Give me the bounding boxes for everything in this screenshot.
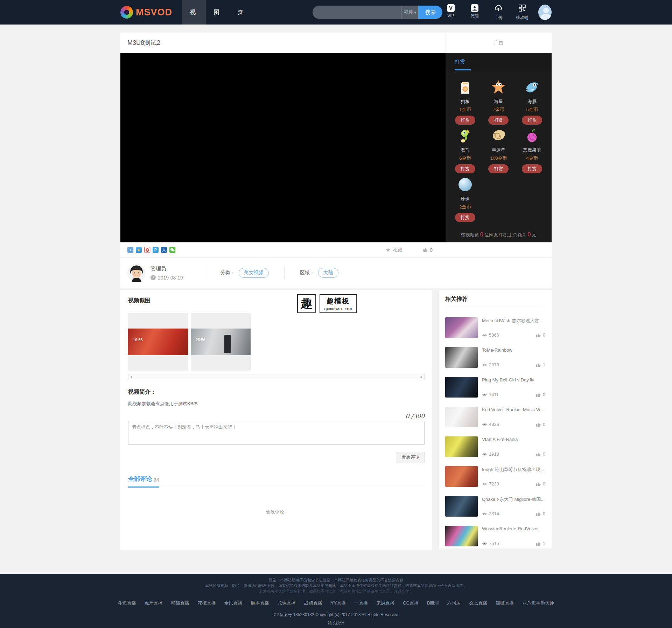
footer-link[interactable]: 龙珠直播	[278, 600, 296, 606]
footer-link[interactable]: 花椒直播	[198, 600, 216, 606]
footer-link[interactable]: 虎牙直播	[145, 600, 163, 606]
favorite-button[interactable]: ★ 收藏	[386, 247, 402, 253]
share-bar: ＋ ★ P 人 ★ 收藏 0	[120, 242, 552, 258]
screenshot-card[interactable]: 16:56	[128, 313, 188, 371]
empty-comments-text: 暂没评论~	[128, 487, 425, 526]
nav-item-video[interactable]: 视频	[182, 0, 206, 25]
eye-icon	[482, 333, 487, 337]
screenshot-card[interactable]: 26:56	[191, 313, 251, 371]
related-heading: 相关推荐	[445, 296, 545, 308]
footer-links: 斗鱼直播虎牙直播熊猫直播花椒直播全民直播触手直播龙珠直播战旗直播YY直播一直播来…	[0, 600, 672, 606]
site-logo[interactable]: MSVOD	[120, 6, 172, 19]
reward-item: 海豚 5金币 打赏	[515, 79, 549, 125]
tencent-friend-icon[interactable]: P	[153, 247, 159, 253]
screenshot-time: 16:56	[133, 338, 143, 342]
related-item[interactable]: QhakeIt-东大门 Migliore-韩国... 2314 0	[445, 496, 545, 517]
intro-heading: 视频简介：	[128, 388, 425, 396]
related-item[interactable]: Mecret&IWish-首尔歌谣大赏... 5866 0	[445, 317, 545, 338]
char-counter: 0 /300	[128, 413, 425, 420]
header-actions: V VIP 代理 上传 移动端	[442, 4, 531, 21]
weibo-icon[interactable]	[144, 247, 150, 253]
reward-item: 狗粮 1金币 打赏	[448, 79, 482, 125]
footer-link[interactable]: 一直播	[354, 600, 368, 606]
user-avatar[interactable]	[538, 5, 552, 20]
like-button[interactable]: 0	[422, 247, 433, 253]
eye-icon	[482, 482, 487, 486]
screenshot-image: 26:56	[191, 329, 251, 355]
reward-button[interactable]: 打赏	[488, 116, 509, 125]
footer-link[interactable]: YY直播	[331, 600, 346, 606]
related-item[interactable]: Iough-论山草莓节庆祝演出现... 7239 0	[445, 466, 545, 487]
screenshot-strip: 16:56 26:56	[128, 313, 425, 371]
author-avatar[interactable]	[127, 264, 146, 282]
category-tag[interactable]: 美女视频	[239, 268, 269, 278]
related-item[interactable]: Ping My Bell-Girl s Day.flv 1411 0	[445, 377, 545, 398]
submit-comment-button[interactable]: 发表评论	[397, 452, 425, 463]
footer-link[interactable]: Bilibili	[427, 600, 439, 606]
vip-link[interactable]: V VIP	[442, 4, 459, 21]
footer-link[interactable]: 全民直播	[224, 600, 243, 606]
footer-link[interactable]: 触手直播	[251, 600, 269, 606]
footer-link[interactable]: 八爪鱼手游大师	[522, 600, 554, 606]
video-player[interactable]	[120, 53, 446, 242]
footer-link[interactable]: CC直播	[403, 600, 419, 606]
agent-link[interactable]: 代理	[466, 4, 483, 21]
divider	[284, 267, 285, 279]
reward-price: 100金币	[482, 155, 516, 161]
reward-name: 恶魔果实	[515, 147, 549, 153]
like-count: 0	[430, 247, 433, 253]
region-tag[interactable]: 大陆	[318, 268, 338, 278]
wechat-icon[interactable]	[169, 247, 175, 253]
share-more-icon[interactable]: ＋	[127, 247, 133, 253]
upload-link[interactable]: 上传	[490, 4, 507, 21]
intro-text: 此视频加载会有点慢用于测试KB/S	[128, 401, 425, 407]
search-button[interactable]: 搜索	[418, 6, 442, 19]
footer-link[interactable]: 猫啵直播	[496, 600, 514, 606]
author-name[interactable]: 管理员	[150, 265, 183, 272]
related-item[interactable]: Vtart A Fire-Rania 1918 0	[445, 436, 545, 457]
related-item[interactable]: WussianRoulette-RedVelvet 7515 1	[445, 526, 545, 546]
reward-button[interactable]: 打赏	[522, 116, 542, 125]
reward-button[interactable]: 打赏	[488, 164, 509, 173]
comment-input[interactable]	[128, 421, 425, 445]
footer-link[interactable]: 熊猫直播	[171, 600, 189, 606]
footer-link[interactable]: 斗鱼直播	[118, 600, 136, 606]
page-title: M3U8测试2	[120, 33, 446, 53]
vip-icon: V	[447, 4, 455, 12]
horizontal-scrollbar[interactable]: ◄ ►	[128, 374, 425, 379]
star-icon: ★	[386, 247, 391, 253]
reward-name: 狗粮	[448, 98, 482, 105]
related-item[interactable]: Ked Velvet_Rookie_Music Vid... 4326 0	[445, 407, 545, 427]
footer-link[interactable]: 六间房	[447, 600, 461, 606]
pearl-icon	[448, 176, 482, 193]
qzone-icon[interactable]: ★	[136, 247, 142, 253]
publish-date: 2019-08-19	[158, 275, 183, 281]
footer-link[interactable]: 么么直播	[469, 600, 487, 606]
mobile-qr-icon	[518, 4, 526, 13]
nav-item-news[interactable]: 资讯	[229, 0, 253, 25]
screenshot-image: 16:56	[128, 329, 188, 355]
reward-button[interactable]: 打赏	[455, 213, 475, 222]
search-input[interactable]	[313, 6, 401, 19]
reward-button[interactable]: 打赏	[455, 116, 475, 125]
nav-item-images[interactable]: 图片	[206, 0, 230, 25]
related-title: Iough-论山草莓节庆祝演出现...	[482, 467, 545, 473]
related-item[interactable]: ToMe-Rainbow 2879 1	[445, 347, 545, 368]
tab-reward[interactable]: 打赏	[455, 58, 465, 65]
reward-button[interactable]: 打赏	[522, 164, 542, 173]
reward-summary: 该视频被0位网友打赏过,总额为0元	[446, 232, 552, 238]
reward-button[interactable]: 打赏	[455, 164, 475, 173]
footer: 警告：本网站明确不能包含非法信息，本网站严禁发表任何类型的不合法的内容 本站所有…	[0, 574, 672, 628]
footer-stat-link[interactable]: 站长统计	[0, 620, 672, 626]
reward-item: 幸运星 100金币 打赏	[482, 127, 516, 173]
footer-link[interactable]: 战旗直播	[304, 600, 322, 606]
scroll-right-icon[interactable]: ►	[420, 375, 423, 379]
main-nav: 视频 图片 资讯	[182, 0, 253, 25]
author-row: 管理员 2019-08-19 分类： 美女视频 区域： 大陆	[120, 258, 552, 288]
footer-link[interactable]: 来疯直播	[376, 600, 394, 606]
mobile-link[interactable]: 移动端	[514, 4, 531, 21]
renren-icon[interactable]: 人	[161, 247, 167, 253]
search-type-select[interactable]: 视频▾	[401, 6, 418, 19]
scroll-left-icon[interactable]: ◄	[130, 375, 133, 379]
tab-all-comments[interactable]: 全部评论(0)	[128, 475, 159, 488]
